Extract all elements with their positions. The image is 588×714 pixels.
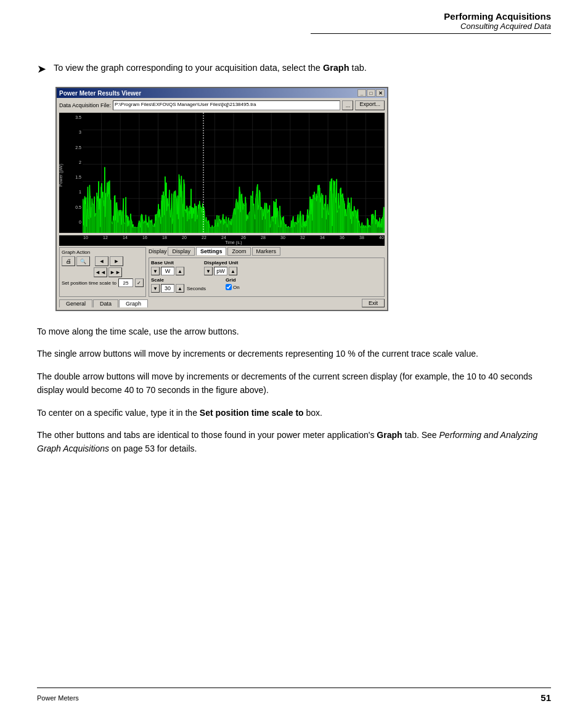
x-tick: 40 [379, 235, 384, 240]
tabs-row: Display Display Settings Zoom Markers [149, 247, 385, 256]
last-button[interactable]: ►► [108, 267, 122, 277]
tab-data[interactable]: Data [93, 299, 118, 307]
footer-left: Power Meters [37, 694, 79, 702]
bullet-text: To view the graph corresponding to your … [54, 62, 367, 75]
displayed-unit-control: ▼ pW ▲ [204, 267, 239, 275]
time-scale-row: Set position time scale to ✓ [62, 278, 144, 287]
tab-markers[interactable]: Markers [252, 247, 281, 256]
browse-button[interactable]: ... [342, 100, 353, 110]
y-ticks: 3.5 3 2.5 2 1.5 1 0.5 0 [75, 115, 81, 224]
grid-group: Grid On [226, 277, 240, 293]
minimize-button[interactable]: _ [357, 89, 366, 97]
paragraph-3: The double arrow buttons will move by in… [37, 370, 551, 397]
scale-up-button[interactable]: ▲ [176, 284, 184, 293]
paragraph-2: The single arrow buttons will move by in… [37, 347, 551, 360]
scale-down-button[interactable]: ▼ [151, 284, 160, 293]
bottom-bar: General Data Graph Exit [59, 299, 385, 307]
time-scale-confirm-button[interactable]: ✓ [135, 278, 144, 287]
file-input[interactable]: P:\Program Files\EXFO\IQS Manager\User F… [113, 100, 340, 110]
waveform-canvas [83, 113, 385, 233]
page-header: Performing Acquisitions Consulting Acqui… [311, 0, 588, 40]
base-unit-down-button[interactable]: ▼ [151, 267, 160, 275]
header-rule [311, 33, 551, 34]
next-button[interactable]: ► [110, 256, 123, 266]
exit-button[interactable]: Exit [362, 299, 385, 307]
bullet-arrow-icon: ➤ [37, 62, 46, 76]
action-row-1: 🖨 🔍 ◄ ► [62, 256, 144, 266]
x-tick: 16 [142, 235, 147, 240]
tab-display[interactable]: Display [168, 247, 195, 256]
maximize-button[interactable]: □ [367, 89, 375, 97]
x-tick: 24 [221, 235, 226, 240]
scale-control: ▼ 30 ▲ Seconds [151, 284, 206, 293]
displayed-unit-up-button[interactable]: ▲ [229, 267, 237, 275]
grid-checkbox[interactable] [226, 284, 232, 290]
screenshot-container: Power Meter Results Viewer _ □ ✕ Data Ac… [55, 87, 551, 311]
scale-group: Scale ▼ 30 ▲ Seconds [151, 277, 206, 293]
x-tick: 34 [320, 235, 325, 240]
footer-right: 51 [541, 692, 551, 703]
pmrv-titlebar: Power Meter Results Viewer _ □ ✕ [57, 88, 387, 98]
grid-control: On [226, 284, 240, 290]
displayed-unit-label: Displayed Unit [204, 260, 239, 266]
x-tick: 30 [280, 235, 285, 240]
base-unit-up-button[interactable]: ▲ [176, 267, 184, 275]
file-label: Data Acquisition File: [59, 102, 111, 108]
bottom-tabs: General Data Graph [59, 299, 148, 307]
x-tick: 12 [103, 235, 108, 240]
settings-panel: Base Unit ▼ W ▲ [149, 258, 385, 297]
scale-label: Scale [151, 277, 206, 283]
prev-button[interactable]: ◄ [95, 256, 108, 266]
x-tick: 18 [162, 235, 167, 240]
graph-action-box: Graph Action 🖨 🔍 ◄ ► ◄◄ [59, 247, 146, 297]
settings-row-1: Base Unit ▼ W ▲ [151, 260, 382, 275]
x-axis-ticks: 10 12 14 16 18 20 22 24 26 28 30 32 [59, 235, 385, 240]
y-tick: 3 [75, 130, 81, 134]
y-tick: 1.5 [75, 175, 81, 179]
paragraph-4: To center on a specific value, type it i… [37, 406, 551, 420]
time-scale-input[interactable] [118, 278, 133, 287]
page-content: ➤ To view the graph corresponding to you… [0, 0, 588, 514]
grid-on-label: On [233, 285, 240, 290]
x-tick: 38 [359, 235, 364, 240]
x-tick: 28 [261, 235, 266, 240]
close-button[interactable]: ✕ [376, 89, 385, 97]
pmrv-titlebar-controls: _ □ ✕ [357, 89, 385, 97]
paragraph-1: To move along the time scale, use the ar… [37, 325, 551, 338]
display-label: Display [149, 248, 167, 254]
file-row: Data Acquisition File: P:\Program Files\… [59, 100, 385, 110]
tab-settings[interactable]: Settings [196, 247, 227, 256]
first-button[interactable]: ◄◄ [94, 267, 107, 277]
x-tick: 14 [123, 235, 128, 240]
zoom-button[interactable]: 🔍 [76, 256, 90, 266]
y-axis-label: Power (pW) [59, 164, 63, 187]
base-unit-group: Base Unit ▼ W ▲ [151, 260, 184, 275]
y-axis: 3.5 3 2.5 2 1.5 1 0.5 0 Power (pW) [59, 113, 83, 233]
action-row-2: ◄◄ ►► [62, 267, 144, 277]
print-button[interactable]: 🖨 [62, 256, 75, 266]
x-tick: 22 [202, 235, 206, 240]
y-tick: 1 [75, 190, 81, 194]
bullet-item: ➤ To view the graph corresponding to you… [37, 62, 551, 76]
displayed-unit-down-button[interactable]: ▼ [204, 267, 213, 275]
time-scale-label: Set position time scale to [62, 280, 116, 286]
scale-value: 30 [161, 284, 174, 293]
tab-general[interactable]: General [59, 299, 92, 307]
export-button[interactable]: Export... [355, 100, 385, 110]
action-buttons: 🖨 🔍 ◄ ► ◄◄ ►► [62, 256, 144, 277]
footer-rule [37, 688, 551, 688]
right-controls: Display Display Settings Zoom Markers [149, 247, 385, 297]
displayed-unit-group: Displayed Unit ▼ pW ▲ [204, 260, 239, 275]
tab-zoom[interactable]: Zoom [227, 247, 250, 256]
header-title: Performing Acquisitions [311, 11, 551, 22]
pmrv-window: Power Meter Results Viewer _ □ ✕ Data Ac… [55, 87, 388, 311]
pmrv-title: Power Meter Results Viewer [59, 90, 141, 97]
base-unit-control: ▼ W ▲ [151, 267, 184, 275]
x-axis-label: Time (s.) [59, 240, 385, 246]
pmrv-body: Data Acquisition File: P:\Program Files\… [57, 98, 387, 310]
y-tick: 2 [75, 160, 81, 164]
header-subtitle: Consulting Acquired Data [311, 22, 551, 31]
tab-graph[interactable]: Graph [119, 299, 148, 307]
x-tick: 26 [241, 235, 246, 240]
x-tick: 20 [182, 235, 187, 240]
